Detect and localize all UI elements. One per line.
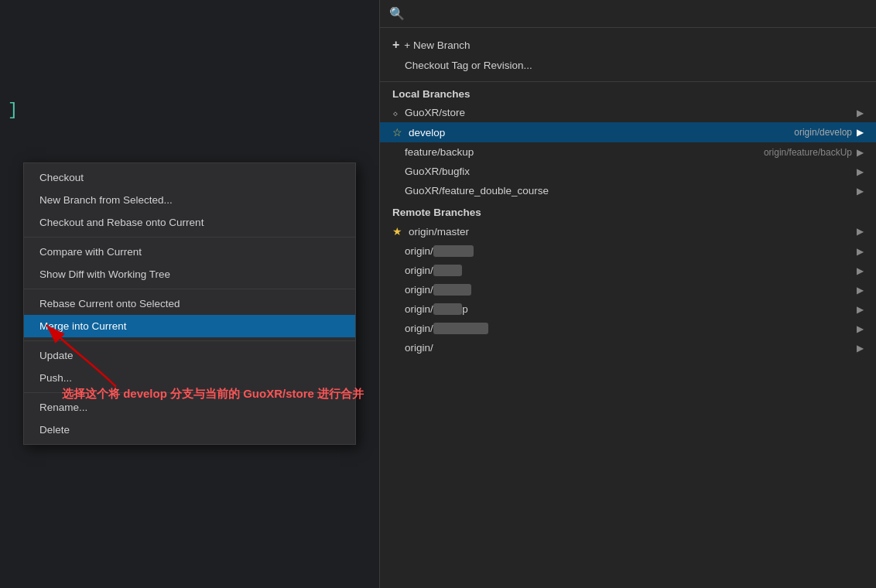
branch-name: origin/ p <box>405 303 857 315</box>
branch-item-origin-blurred3[interactable]: origin/ ▶ <box>380 280 876 299</box>
branch-item-guoxr-feature-double[interactable]: GuoXR/feature_double_course ▶ <box>380 181 876 200</box>
menu-item-rebase-current[interactable]: Rebase Current onto Selected <box>24 292 355 315</box>
branch-name: GuoXR/feature_double_course <box>405 185 857 197</box>
new-branch-button[interactable]: + + New Branch <box>392 34 864 56</box>
blurred-text <box>433 245 474 257</box>
plus-icon: + <box>392 38 399 52</box>
branch-name: origin/ <box>405 245 857 257</box>
menu-divider-1 <box>24 237 355 238</box>
branch-item-guoxr-bugfix[interactable]: GuoXR/bugfix ▶ <box>380 162 876 181</box>
branch-item-origin-blurred5[interactable]: origin/ ▶ <box>380 319 876 338</box>
branch-item-origin-master[interactable]: ★ origin/master ▶ <box>380 221 876 241</box>
checkout-tag-button[interactable]: Checkout Tag or Revision... <box>392 56 864 75</box>
context-menu: Checkout New Branch from Selected... Che… <box>23 162 356 445</box>
branch-item-guoxr-store[interactable]: ⬦ GuoXR/store ▶ <box>380 103 876 122</box>
remote-branches-header: Remote Branches <box>380 200 876 221</box>
chevron-icon: ▶ <box>857 246 864 257</box>
search-icon: 🔍 <box>389 6 405 21</box>
branch-name: develop <box>409 127 794 138</box>
branch-name: origin/ <box>405 323 857 334</box>
branch-panel: 🔍 + + New Branch Checkout Tag or Revisio… <box>379 0 876 588</box>
branch-name: GuoXR/store <box>405 107 857 118</box>
tag-icon: ⬦ <box>392 107 399 118</box>
chevron-icon: ▶ <box>857 108 864 118</box>
chevron-icon: ▶ <box>857 127 864 138</box>
branch-item-origin-blurred2[interactable]: origin/ ▶ <box>380 261 876 280</box>
chevron-icon: ▶ <box>857 304 864 315</box>
chevron-icon: ▶ <box>857 265 864 276</box>
menu-item-show-diff[interactable]: Show Diff with Working Tree <box>24 263 355 285</box>
branch-name: origin/master <box>409 226 857 238</box>
menu-divider-4 <box>24 392 355 393</box>
chevron-icon: ▶ <box>857 285 864 296</box>
menu-item-checkout-rebase[interactable]: Checkout and Rebase onto Current <box>24 211 355 234</box>
branch-item-develop[interactable]: ☆ develop origin/develop ▶ <box>380 122 876 142</box>
star-icon: ☆ <box>392 126 402 138</box>
menu-item-update[interactable]: Update <box>24 344 355 367</box>
menu-divider-2 <box>24 289 355 289</box>
chevron-icon: ▶ <box>857 323 864 334</box>
search-input[interactable] <box>411 8 867 19</box>
chevron-icon: ▶ <box>857 186 864 197</box>
menu-item-compare[interactable]: Compare with Current <box>24 241 355 263</box>
new-branch-label: + New Branch <box>404 39 470 51</box>
blurred-text <box>433 284 471 296</box>
star-icon: ★ <box>392 225 402 238</box>
branch-name: origin/ <box>405 284 857 296</box>
branch-item-origin-blurred6[interactable]: origin/ ▶ <box>380 338 876 357</box>
chevron-icon: ▶ <box>857 343 864 354</box>
menu-item-new-branch[interactable]: New Branch from Selected... <box>24 189 355 211</box>
branch-name: GuoXR/bugfix <box>405 166 857 177</box>
branch-name: feature/backup <box>405 146 764 158</box>
branch-name: origin/ <box>405 265 857 276</box>
branch-item-origin-blurred1[interactable]: origin/ ▶ <box>380 241 876 261</box>
remote-name: origin/feature/backUp <box>764 147 852 158</box>
menu-item-checkout[interactable]: Checkout <box>24 166 355 189</box>
code-bracket: ] <box>8 101 18 120</box>
branch-item-feature-backup[interactable]: feature/backup origin/feature/backUp ▶ <box>380 142 876 162</box>
menu-item-push[interactable]: Push... <box>24 367 355 389</box>
blurred-text <box>433 265 463 276</box>
chevron-icon: ▶ <box>857 226 864 237</box>
chevron-icon: ▶ <box>857 166 864 177</box>
remote-name: origin/develop <box>794 127 852 138</box>
local-branches-header: Local Branches <box>380 82 876 103</box>
menu-divider-3 <box>24 340 355 341</box>
branch-name: origin/ <box>405 342 857 354</box>
branch-item-origin-blurred4[interactable]: origin/ p ▶ <box>380 299 876 319</box>
blurred-text <box>433 303 463 315</box>
menu-item-merge-into-current[interactable]: Merge into Current <box>24 315 355 337</box>
blurred-text <box>433 323 488 334</box>
menu-item-delete[interactable]: Delete <box>24 419 355 441</box>
menu-item-rename[interactable]: Rename... <box>24 396 355 419</box>
branch-actions: + + New Branch Checkout Tag or Revision.… <box>380 28 876 82</box>
search-bar: 🔍 <box>380 0 876 28</box>
chevron-icon: ▶ <box>857 147 864 158</box>
